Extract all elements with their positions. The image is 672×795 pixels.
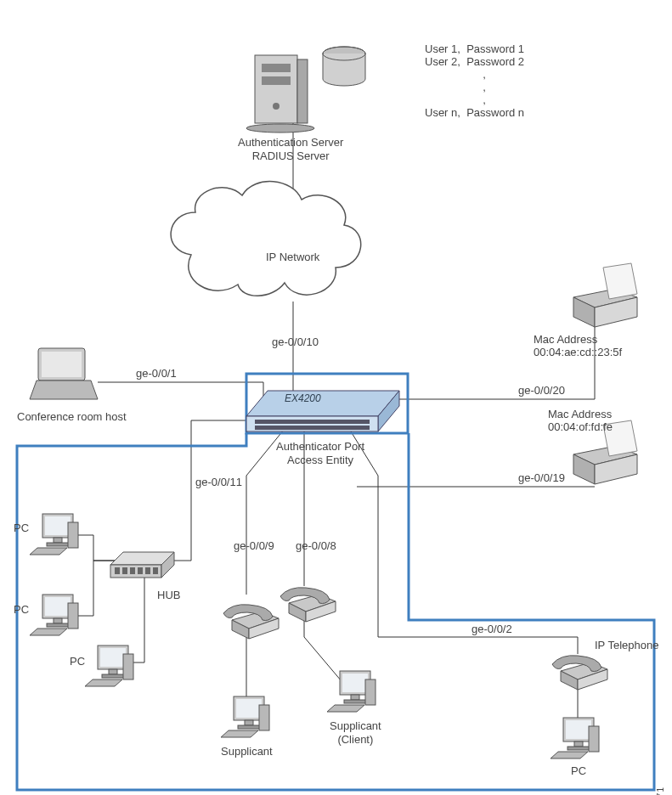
svg-rect-6 <box>297 59 308 123</box>
svg-point-9 <box>273 103 280 110</box>
svg-rect-60 <box>259 705 269 730</box>
svg-marker-61 <box>221 730 258 737</box>
svg-rect-36 <box>145 567 150 574</box>
pc-label-3: PC <box>70 655 85 668</box>
port-ge-0-0-8: ge-0/0/8 <box>296 539 336 552</box>
svg-rect-16 <box>255 420 370 424</box>
port-ge-0-0-20: ge-0/0/20 <box>518 384 565 397</box>
svg-marker-24 <box>603 263 637 299</box>
user-password-list: User 1, Password 1 User 2, Password 2 , … <box>425 42 595 119</box>
conference-room-label: Conference room host <box>17 410 127 423</box>
svg-rect-65 <box>344 700 366 703</box>
svg-rect-47 <box>47 623 69 627</box>
svg-rect-46 <box>54 618 62 623</box>
svg-marker-13 <box>246 391 399 416</box>
svg-marker-67 <box>327 705 364 712</box>
svg-rect-70 <box>574 741 583 747</box>
svg-rect-53 <box>102 674 124 678</box>
svg-rect-48 <box>68 603 78 629</box>
network-diagram: Authentication Server RADIUS Server User… <box>0 0 672 795</box>
port-ge-0-0-9: ge-0/0/9 <box>234 539 274 552</box>
svg-rect-33 <box>122 567 127 574</box>
svg-rect-71 <box>568 747 590 750</box>
svg-rect-64 <box>351 695 359 700</box>
svg-marker-43 <box>30 548 67 555</box>
switch-model-label: EX4200 <box>285 392 321 404</box>
authenticator-port-label: Authenticator Port Access Entity <box>276 440 364 466</box>
svg-rect-72 <box>589 726 599 752</box>
svg-rect-63 <box>342 674 368 692</box>
svg-rect-19 <box>42 352 82 377</box>
supplicant-client-label: Supplicant (Client) <box>330 719 381 746</box>
svg-rect-7 <box>262 64 291 72</box>
port-ge-0-0-10: ge-0/0/10 <box>272 335 319 348</box>
svg-marker-20 <box>30 381 98 399</box>
svg-marker-73 <box>551 752 588 758</box>
image-id: g020071 <box>656 787 665 795</box>
svg-rect-57 <box>236 699 262 718</box>
svg-rect-51 <box>100 648 126 667</box>
svg-rect-34 <box>130 567 135 574</box>
svg-point-10 <box>246 124 314 132</box>
svg-marker-55 <box>85 679 122 686</box>
svg-rect-52 <box>109 669 117 674</box>
svg-rect-54 <box>123 654 133 679</box>
svg-rect-41 <box>47 543 69 546</box>
pc-label-1: PC <box>14 522 29 534</box>
svg-rect-69 <box>566 720 591 739</box>
svg-rect-59 <box>238 725 260 729</box>
port-ge-0-0-19: ge-0/0/19 <box>518 471 565 484</box>
svg-rect-8 <box>262 76 291 85</box>
ip-network-label: IP Network <box>266 251 319 263</box>
svg-rect-17 <box>255 426 370 430</box>
pc-bottom-right-label: PC <box>571 764 586 777</box>
svg-rect-58 <box>245 720 253 725</box>
svg-rect-35 <box>138 567 143 574</box>
svg-rect-45 <box>45 597 71 616</box>
svg-rect-42 <box>68 522 78 548</box>
svg-rect-66 <box>365 679 376 705</box>
port-ge-0-0-2: ge-0/0/2 <box>472 623 512 635</box>
port-ge-0-0-1: ge-0/0/1 <box>136 367 177 380</box>
supplicant-label: Supplicant <box>221 745 273 758</box>
svg-marker-49 <box>30 629 67 635</box>
svg-rect-40 <box>54 538 62 543</box>
svg-rect-39 <box>45 516 71 535</box>
pc-label-2: PC <box>14 603 29 616</box>
port-ge-0-0-11: ge-0/0/11 <box>195 476 242 488</box>
hub-label: HUB <box>157 589 180 601</box>
printer1-mac: Mac Address 00:04:ae:cd::23:5f <box>534 333 622 358</box>
svg-rect-32 <box>115 567 120 574</box>
auth-server-label: Authentication Server RADIUS Server <box>238 136 343 162</box>
ip-telephone-label: IP Telephone <box>595 639 658 651</box>
printer2-mac: Mac Address 00:04:of:fd:fe <box>548 408 613 433</box>
svg-rect-37 <box>153 567 158 574</box>
